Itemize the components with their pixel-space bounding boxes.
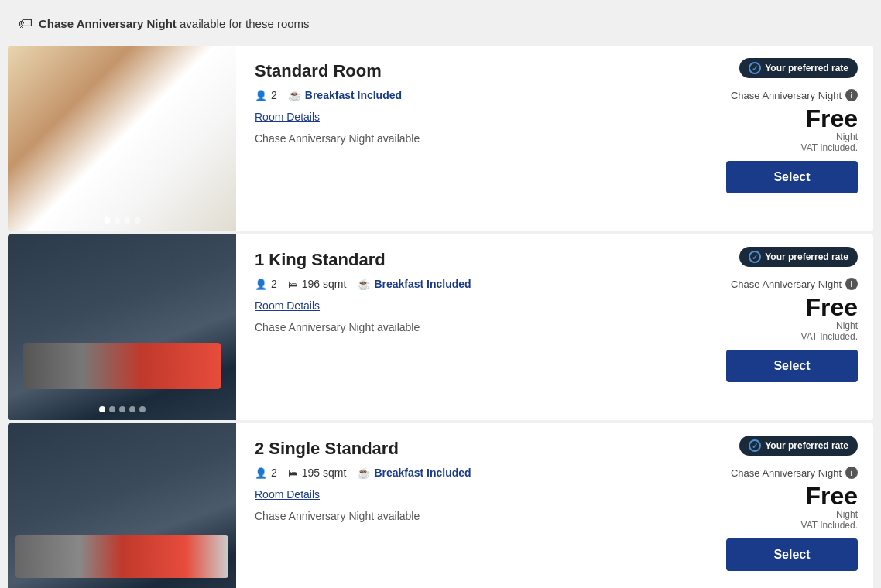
breakfast-link-double[interactable]: Breakfast Included — [374, 467, 471, 479]
size-double: 195 sqmt — [288, 467, 347, 479]
dot-k5[interactable] — [139, 406, 146, 412]
room-meta-standard: 2 Breakfast Included — [255, 89, 703, 101]
dot-k1[interactable] — [99, 406, 105, 412]
coffee-icon-standard — [288, 89, 301, 101]
price-free-double: Free — [805, 482, 858, 511]
room-image-standard — [8, 46, 236, 231]
person-icon-standard — [255, 89, 267, 101]
room-card-standard: Standard Room 2 Breakfast Included Room … — [8, 46, 873, 231]
guests-standard: 2 — [255, 89, 277, 101]
bed-icon-double — [288, 467, 298, 479]
preferred-rate-badge-standard: ✓ Your preferred rate — [739, 58, 858, 78]
room-card-king: 1 King Standard 2 196 sqmt Breakfast Inc… — [8, 234, 873, 420]
coffee-icon-double — [357, 467, 370, 479]
room-info-double: 2 Single Standard 2 195 sqmt Breakfast I… — [236, 423, 718, 588]
chase-night-row-king: Chase Anniversary Night i — [731, 278, 858, 290]
chase-available-standard: Chase Anniversary Night available — [255, 132, 703, 145]
dot-2[interactable] — [114, 217, 120, 224]
price-vat-double: VAT Included. — [801, 520, 858, 531]
select-button-double[interactable]: Select — [726, 538, 858, 571]
image-dots-standard — [104, 217, 140, 224]
price-free-king: Free — [805, 293, 858, 322]
chase-night-row-double: Chase Anniversary Night i — [731, 467, 858, 479]
room-image-double — [8, 423, 236, 588]
banner-bold: Chase Anniversary Night — [39, 17, 177, 30]
coffee-icon-king — [357, 278, 370, 290]
breakfast-standard: Breakfast Included — [288, 89, 402, 101]
select-button-standard[interactable]: Select — [726, 161, 858, 193]
select-button-king[interactable]: Select — [726, 350, 858, 382]
dot-k3[interactable] — [119, 406, 125, 412]
check-icon-standard: ✓ — [749, 62, 761, 74]
chase-available-double: Chase Anniversary Night available — [255, 510, 703, 522]
info-icon-double[interactable]: i — [845, 467, 858, 479]
price-vat-standard: VAT Included. — [801, 142, 858, 153]
guests-double: 2 — [255, 467, 277, 479]
room-meta-double: 2 195 sqmt Breakfast Included — [255, 467, 703, 479]
preferred-rate-badge-double: ✓ Your preferred rate — [739, 436, 858, 456]
dot-k4[interactable] — [129, 406, 135, 412]
price-night-king: Night — [836, 320, 858, 331]
price-free-standard: Free — [805, 104, 858, 133]
room-image-king — [8, 234, 236, 420]
dot-4[interactable] — [134, 217, 140, 224]
person-icon-double — [255, 467, 267, 479]
room-image-container-double — [8, 423, 236, 588]
page-wrapper: Chase Anniversary Night available for th… — [0, 0, 881, 588]
person-icon-king — [255, 278, 267, 290]
room-details-link-standard[interactable]: Room Details — [255, 111, 703, 123]
price-night-standard: Night — [836, 132, 858, 142]
check-icon-double: ✓ — [749, 439, 761, 452]
room-price-panel-king: ✓ Your preferred rate Chase Anniversary … — [718, 234, 873, 420]
room-title-standard: Standard Room — [255, 61, 703, 81]
banner-rest: available for these rooms — [177, 17, 310, 30]
room-info-standard: Standard Room 2 Breakfast Included Room … — [236, 46, 718, 231]
room-card-double: 2 Single Standard 2 195 sqmt Breakfast I… — [8, 423, 873, 588]
chase-banner: Chase Anniversary Night available for th… — [8, 8, 873, 39]
image-dots-king — [99, 406, 146, 412]
size-king: 196 sqmt — [288, 278, 347, 290]
dot-k2[interactable] — [109, 406, 115, 412]
room-title-double: 2 Single Standard — [255, 439, 703, 459]
price-night-double: Night — [836, 509, 858, 520]
dot-1[interactable] — [104, 217, 110, 224]
chase-night-row-standard: Chase Anniversary Night i — [731, 89, 858, 101]
room-title-king: 1 King Standard — [255, 250, 703, 270]
breakfast-king: Breakfast Included — [357, 278, 471, 290]
guests-king: 2 — [255, 278, 277, 290]
room-image-container-standard — [8, 46, 236, 231]
dot-3[interactable] — [124, 217, 130, 224]
breakfast-link-standard[interactable]: Breakfast Included — [305, 89, 402, 101]
banner-text: Chase Anniversary Night available for th… — [39, 17, 310, 30]
chase-available-king: Chase Anniversary Night available — [255, 321, 703, 333]
breakfast-double: Breakfast Included — [357, 467, 471, 479]
room-price-panel-double: ✓ Your preferred rate Chase Anniversary … — [718, 423, 873, 588]
room-price-panel-standard: ✓ Your preferred rate Chase Anniversary … — [718, 46, 873, 231]
info-icon-king[interactable]: i — [845, 278, 858, 290]
room-image-container-king — [8, 234, 236, 420]
price-vat-king: VAT Included. — [801, 331, 858, 342]
room-info-king: 1 King Standard 2 196 sqmt Breakfast Inc… — [236, 234, 718, 420]
room-meta-king: 2 196 sqmt Breakfast Included — [255, 278, 703, 290]
room-details-link-king[interactable]: Room Details — [255, 299, 703, 312]
check-icon-king: ✓ — [749, 251, 761, 263]
tag-icon — [19, 15, 33, 32]
bed-icon-king — [288, 278, 298, 290]
breakfast-link-king[interactable]: Breakfast Included — [374, 278, 471, 290]
info-icon-standard[interactable]: i — [845, 89, 858, 101]
room-details-link-double[interactable]: Room Details — [255, 488, 703, 501]
room-list: Standard Room 2 Breakfast Included Room … — [8, 46, 873, 588]
preferred-rate-badge-king: ✓ Your preferred rate — [739, 247, 858, 267]
